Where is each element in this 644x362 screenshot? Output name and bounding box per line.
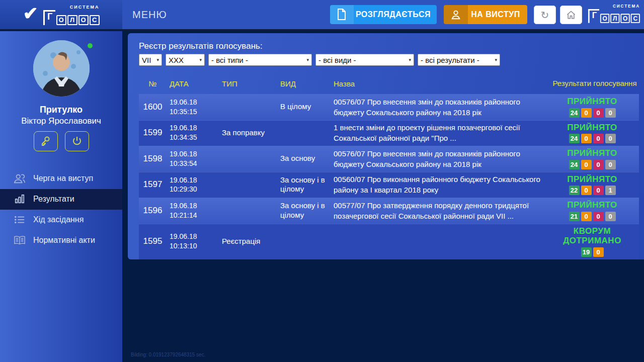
- table-row[interactable]: 1597 19.06.1810:29:30 За основу і в ціло…: [139, 172, 639, 198]
- table-header: № ДАТА ТИП ВИД Назва Результати голосува…: [139, 73, 639, 94]
- key-button[interactable]: [34, 131, 58, 151]
- result-status: ПРИЙНЯТО: [567, 123, 617, 133]
- filter-select-3[interactable]: - всі види -▾: [315, 54, 414, 66]
- vote-badge: 0: [593, 186, 604, 195]
- reviewing-button[interactable]: РОЗГЛЯДАЄТЬСЯ: [330, 5, 437, 24]
- person-icon: [444, 5, 468, 24]
- sidebar-item-agenda[interactable]: Хід засідання: [0, 210, 122, 230]
- chevron-down-icon: ▾: [409, 57, 411, 62]
- row-date: 19.06.1810:34:35: [170, 123, 219, 142]
- vote-badge: 0: [605, 134, 616, 143]
- acts-icon: [13, 235, 26, 245]
- vote-badge: 1: [605, 186, 616, 195]
- chevron-down-icon: ▾: [156, 57, 159, 62]
- document-icon: [330, 5, 354, 24]
- table-row[interactable]: 1598 19.06.1810:33:54 За основу 00576/07…: [139, 146, 639, 172]
- vote-badge: 0: [593, 247, 604, 257]
- vote-badge: 0: [581, 160, 592, 169]
- row-type: За поправку: [222, 128, 277, 138]
- refresh-button[interactable]: ↻: [534, 6, 556, 24]
- row-result: ПРИЙНЯТО 22001: [552, 173, 639, 197]
- table-row[interactable]: 1596 19.06.1810:21:14 За основу і в ціло…: [139, 198, 639, 224]
- results-icon: [13, 194, 26, 205]
- row-kind: За основу і в цілому: [280, 175, 331, 195]
- sidebar-item-queue[interactable]: Черга на виступ: [0, 168, 122, 189]
- row-number: 1598: [139, 154, 167, 164]
- result-status: ПРИЙНЯТО: [567, 174, 617, 185]
- row-date: 19.06.1810:21:14: [170, 201, 219, 220]
- result-status: ПРИЙНЯТО: [567, 200, 617, 210]
- page-title: МЕНЮ: [132, 9, 167, 21]
- row-result: ПРИЙНЯТО 24000: [552, 147, 639, 170]
- result-status: ПРИЙНЯТО: [567, 97, 617, 107]
- app-logo: ✔ СИСТЕМА Г О Л О С: [0, 0, 122, 29]
- result-status: КВОРУМ ДОТРИМАНО: [552, 226, 632, 246]
- row-number: 1596: [139, 206, 167, 216]
- vote-badge: 19: [581, 247, 592, 257]
- logo-system-label: СИСТЕМА: [70, 5, 100, 10]
- vote-badges: 190: [581, 247, 604, 257]
- golos-logo-secondary: СИСТЕМА Г О Л О С: [588, 4, 640, 23]
- vote-badge: 0: [581, 186, 592, 195]
- filter-select-0[interactable]: VII▾: [139, 54, 162, 66]
- row-result: ПРИЙНЯТО 24000: [552, 96, 639, 119]
- table-row[interactable]: 1595 19.06.1810:13:10 Реєстрація КВОРУМ …: [139, 224, 639, 259]
- chevron-down-icon: ▾: [495, 57, 497, 62]
- row-title: 00560/07 Про виконання районного бюджету…: [334, 174, 549, 195]
- vote-badge: 0: [581, 212, 592, 221]
- vote-badge: 0: [581, 108, 592, 118]
- row-date: 19.06.1810:33:54: [170, 149, 219, 168]
- filter-select-2[interactable]: - всі типи -▾: [208, 54, 312, 66]
- row-title: 1 внести зміни до проекту рішення позаче…: [334, 122, 549, 143]
- vote-badge: 24: [569, 134, 580, 143]
- row-date: 19.06.1810:29:30: [170, 175, 219, 195]
- col-header-date: ДАТА: [170, 79, 219, 88]
- row-date: 19.06.1810:35:15: [170, 98, 219, 117]
- power-button[interactable]: [65, 131, 89, 151]
- filter-select-4[interactable]: - всі результати -▾: [418, 54, 500, 66]
- chevron-down-icon: ▾: [306, 57, 309, 62]
- vote-badges: 24000: [569, 134, 616, 143]
- row-title: 00576/07 Про внесення змін до показників…: [334, 148, 549, 169]
- vote-badge: 0: [593, 212, 604, 221]
- vote-badge: 0: [593, 134, 604, 143]
- results-table: № ДАТА ТИП ВИД Назва Результати голосува…: [139, 73, 639, 259]
- vote-badges: 22001: [569, 186, 616, 195]
- vote-badge: 22: [569, 186, 580, 195]
- row-result: КВОРУМ ДОТРИМАНО 190: [552, 225, 639, 258]
- vote-badges: 24000: [569, 108, 616, 118]
- sidebar: Притулко Віктор Ярославович: [0, 31, 122, 362]
- online-status-dot: [88, 43, 93, 48]
- filter-select-1[interactable]: XXX▾: [166, 54, 205, 66]
- build-time-note: Bilding: 0.019123792648315 sec.: [131, 352, 205, 357]
- col-header-name: Назва: [334, 79, 549, 88]
- vote-badge: 0: [581, 134, 592, 143]
- col-header-result: Результати голосування: [552, 79, 639, 88]
- top-bar: ✔ СИСТЕМА Г О Л О С МЕНЮ РОЗГЛЯДАЄТЬСЯ: [0, 0, 644, 31]
- result-status: ПРИЙНЯТО: [567, 148, 617, 158]
- to-speech-button[interactable]: НА ВИСТУП: [444, 5, 527, 24]
- golos-logo: СИСТЕМА Г О Л О С: [43, 5, 100, 25]
- table-row[interactable]: 1600 19.06.1810:35:15 В цілому 00576/07 …: [139, 94, 639, 120]
- row-kind: За основу і в цілому: [280, 201, 331, 220]
- home-button[interactable]: [560, 6, 582, 24]
- key-icon: [40, 135, 52, 147]
- agenda-icon: [13, 215, 26, 225]
- vote-badges: 24000: [569, 160, 616, 169]
- chevron-down-icon: ▾: [199, 57, 202, 62]
- col-header-type: ТИП: [222, 79, 277, 88]
- refresh-icon: ↻: [541, 9, 549, 21]
- row-date: 19.06.1810:13:10: [170, 232, 219, 251]
- vote-badge: 24: [569, 160, 580, 169]
- row-kind: За основу: [280, 154, 331, 163]
- sidebar-item-acts[interactable]: Нормативні акти: [0, 230, 122, 251]
- checkmark-icon: ✔: [23, 5, 38, 23]
- table-row[interactable]: 1599 19.06.1810:34:35 За поправку 1 внес…: [139, 120, 639, 146]
- power-icon: [71, 135, 83, 147]
- vote-badge: 0: [605, 108, 616, 118]
- sidebar-item-results[interactable]: Результати: [0, 189, 122, 210]
- vote-badge: 0: [593, 160, 604, 169]
- row-number: 1595: [139, 236, 167, 246]
- row-kind: В цілому: [280, 102, 331, 112]
- row-result: ПРИЙНЯТО 21000: [552, 199, 639, 222]
